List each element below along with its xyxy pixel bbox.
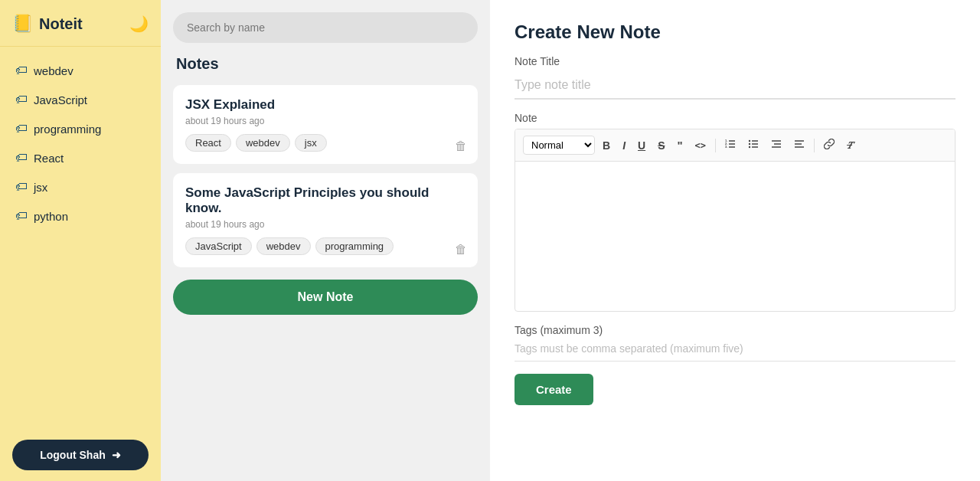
format-select[interactable]: Normal Heading 1 Heading 2 Heading 3 <box>523 136 595 155</box>
sidebar-item-webdev[interactable]: 🏷 webdev <box>0 56 161 85</box>
editor-container: Normal Heading 1 Heading 2 Heading 3 B I… <box>514 129 956 312</box>
sidebar-tag-label: python <box>34 210 68 223</box>
unordered-list-button[interactable] <box>743 136 763 154</box>
tag-badge[interactable]: webdev <box>236 134 290 152</box>
note-time-1: about 19 hours ago <box>185 116 466 126</box>
sidebar-tag-label: webdev <box>34 64 74 77</box>
notes-panel: Notes JSX Explained about 19 hours ago R… <box>161 0 490 481</box>
tags-input[interactable] <box>514 336 956 362</box>
toolbar-divider <box>715 139 716 152</box>
logo-area: 📒 Noteit <box>12 14 83 34</box>
note-time-2: about 19 hours ago <box>185 219 466 230</box>
note-label: Note <box>514 112 956 124</box>
notes-heading: Notes <box>176 55 478 73</box>
tag-icon: 🏷 <box>15 209 28 223</box>
sidebar: 📒 Noteit 🌙 🏷 webdev 🏷 JavaScript 🏷 progr… <box>0 0 161 481</box>
new-note-button[interactable]: New Note <box>173 280 478 315</box>
svg-point-9 <box>749 140 750 142</box>
svg-point-10 <box>749 143 750 145</box>
ordered-list-button[interactable]: 1.2.3. <box>720 136 740 154</box>
svg-text:3.: 3. <box>725 145 727 149</box>
strikethrough-button[interactable]: S <box>653 137 669 154</box>
code-button[interactable]: <> <box>691 138 710 153</box>
sidebar-item-programming[interactable]: 🏷 programming <box>0 114 161 143</box>
sidebar-item-javascript[interactable]: 🏷 JavaScript <box>0 85 161 114</box>
note-title-1: JSX Explained <box>185 97 466 113</box>
editor-toolbar: Normal Heading 1 Heading 2 Heading 3 B I… <box>515 129 955 162</box>
sidebar-item-jsx[interactable]: 🏷 jsx <box>0 172 161 201</box>
blockquote-button[interactable]: " <box>672 136 687 154</box>
note-title-2: Some JavaScript Principles you should kn… <box>185 185 466 216</box>
underline-button[interactable]: U <box>633 137 650 154</box>
app-name: Noteit <box>39 15 83 33</box>
sidebar-tag-label: React <box>34 152 64 165</box>
outdent-button[interactable] <box>789 136 809 154</box>
logout-button[interactable]: Logout Shah ➜ <box>12 440 149 470</box>
sidebar-tags-list: 🏷 webdev 🏷 JavaScript 🏷 programming 🏷 Re… <box>0 47 161 429</box>
svg-point-11 <box>749 146 750 148</box>
tag-badge[interactable]: webdev <box>256 237 311 255</box>
sidebar-tag-label: programming <box>34 123 101 136</box>
logo-icon: 📒 <box>12 14 33 34</box>
tag-badge[interactable]: jsx <box>295 134 327 152</box>
note-tags-2: JavaScript webdev programming <box>185 237 466 255</box>
search-input[interactable] <box>173 12 478 43</box>
delete-note-icon[interactable]: 🗑 <box>455 139 467 153</box>
create-button[interactable]: Create <box>514 374 593 405</box>
note-editor-field: Note Normal Heading 1 Heading 2 Heading … <box>514 112 956 312</box>
note-title-field: Note Title <box>514 55 956 100</box>
link-button[interactable] <box>819 136 839 154</box>
clear-format-button[interactable]: 𝑇 <box>842 137 857 154</box>
create-panel: Create New Note Note Title Note Normal H… <box>490 0 980 481</box>
note-editor-body[interactable] <box>515 162 955 311</box>
dark-mode-icon[interactable]: 🌙 <box>129 15 149 33</box>
tag-icon: 🏷 <box>15 93 28 106</box>
italic-button[interactable]: I <box>618 137 630 154</box>
indent-button[interactable] <box>766 136 786 154</box>
sidebar-tag-label: JavaScript <box>34 93 87 106</box>
note-title-input[interactable] <box>514 72 956 100</box>
tags-label: Tags (maximum 3) <box>514 324 956 336</box>
tag-icon: 🏷 <box>15 151 28 165</box>
logout-icon: ➜ <box>112 449 121 461</box>
tag-icon: 🏷 <box>15 122 28 136</box>
sidebar-item-react[interactable]: 🏷 React <box>0 143 161 172</box>
sidebar-footer: Logout Shah ➜ <box>0 429 161 481</box>
tag-icon: 🏷 <box>15 180 28 194</box>
tag-badge[interactable]: JavaScript <box>185 237 252 255</box>
note-tags-1: React webdev jsx <box>185 134 466 152</box>
tag-badge[interactable]: React <box>185 134 231 152</box>
note-card-1: JSX Explained about 19 hours ago React w… <box>173 85 478 164</box>
tags-field: Tags (maximum 3) <box>514 324 956 362</box>
delete-note-icon[interactable]: 🗑 <box>455 243 467 257</box>
create-panel-heading: Create New Note <box>514 21 956 43</box>
tag-badge[interactable]: programming <box>315 237 394 255</box>
sidebar-header: 📒 Noteit 🌙 <box>0 0 161 47</box>
logout-label: Logout Shah <box>40 449 106 461</box>
toolbar-divider-2 <box>814 139 815 152</box>
note-card-2: Some JavaScript Principles you should kn… <box>173 173 478 267</box>
bold-button[interactable]: B <box>598 137 615 154</box>
sidebar-item-python[interactable]: 🏷 python <box>0 201 161 231</box>
note-title-label: Note Title <box>514 55 956 67</box>
tag-icon: 🏷 <box>15 64 28 77</box>
sidebar-tag-label: jsx <box>34 181 47 194</box>
